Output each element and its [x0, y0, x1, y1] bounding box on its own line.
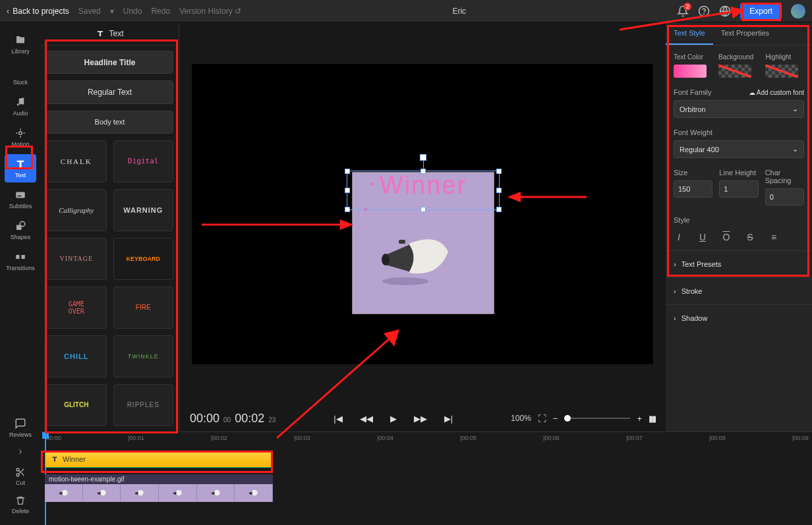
- rail-shapes[interactable]: Shapes: [5, 216, 36, 244]
- project-title[interactable]: Eric: [241, 7, 677, 16]
- svg-rect-10: [16, 255, 19, 259]
- delete-button[interactable]: Delete: [12, 495, 29, 514]
- preset-warning[interactable]: WARNING: [113, 189, 174, 231]
- notifications-icon[interactable]: 2: [677, 5, 689, 17]
- underline-icon[interactable]: U: [697, 232, 708, 242]
- preset-ripples[interactable]: RIPPLES: [113, 384, 174, 426]
- rail-reviews[interactable]: Reviews: [5, 414, 36, 442]
- text-element-value[interactable]: Winner: [347, 171, 499, 200]
- preset-vintage[interactable]: VINTAGE: [46, 238, 107, 280]
- char-spacing-input[interactable]: [765, 188, 804, 206]
- left-rail: Library Stock Audio Motion Text Subtitle…: [0, 22, 41, 525]
- size-input[interactable]: [674, 180, 712, 198]
- text-color-swatch[interactable]: [674, 65, 707, 78]
- add-custom-font[interactable]: ☁ Add custom font: [749, 89, 805, 96]
- rail-library[interactable]: Library: [5, 30, 36, 59]
- time-current: 00:00: [190, 412, 219, 426]
- preset-keyboard[interactable]: KEYBOARD: [113, 238, 174, 280]
- preset-digital[interactable]: Digital: [113, 140, 174, 182]
- language-icon[interactable]: [719, 5, 731, 17]
- timeline-ruler[interactable]: |00:00 |00:01 |00:02 |00:03 |00:04 |00:0…: [41, 432, 812, 447]
- text-element-selection[interactable]: Winner: [347, 171, 500, 210]
- rail-transitions[interactable]: Transitions: [5, 247, 36, 275]
- line-height-input[interactable]: [719, 180, 758, 198]
- text-icon: [96, 29, 105, 38]
- strikethrough-icon[interactable]: S: [745, 232, 755, 242]
- time-current-frames: 00: [223, 416, 231, 424]
- help-icon[interactable]: [698, 5, 710, 17]
- time-total-frames: 23: [268, 416, 276, 424]
- skip-start-icon[interactable]: |◀: [334, 414, 342, 424]
- overline-icon[interactable]: O: [721, 232, 732, 242]
- rewind-icon[interactable]: ◀◀: [360, 414, 373, 424]
- undo-button[interactable]: Undo: [123, 7, 142, 16]
- layout-toggle-icon[interactable]: ▮▮: [649, 414, 655, 424]
- label-font-weight: Font Weight: [674, 128, 804, 136]
- body-text-button[interactable]: Body text: [46, 111, 173, 134]
- font-family-select[interactable]: Orbitron⌄: [674, 100, 804, 118]
- headline-title-button[interactable]: Headline Title: [46, 51, 173, 74]
- regular-text-button[interactable]: Regular Text: [46, 80, 173, 103]
- play-icon[interactable]: ▶: [390, 414, 397, 424]
- export-button[interactable]: Export: [740, 3, 782, 19]
- fullscreen-icon[interactable]: ⛶: [538, 414, 546, 424]
- megaphone-graphic: [372, 219, 465, 298]
- text-track[interactable]: Winner: [44, 451, 809, 470]
- highlight-swatch[interactable]: [765, 65, 798, 78]
- version-history-button[interactable]: Version History ↺: [179, 7, 241, 16]
- align-icon[interactable]: ≡: [768, 232, 779, 242]
- time-total: 00:02: [235, 412, 264, 426]
- background-swatch[interactable]: [718, 65, 751, 78]
- rail-audio[interactable]: Audio: [5, 92, 36, 121]
- zoom-in-icon[interactable]: +: [637, 414, 642, 424]
- svg-point-9: [20, 221, 25, 227]
- accordion-text-presets[interactable]: ›Text Presets: [666, 250, 812, 277]
- cut-button[interactable]: Cut: [15, 467, 26, 486]
- redo-button[interactable]: Redo: [151, 7, 170, 16]
- font-weight-select[interactable]: Regular 400⌄: [674, 140, 804, 158]
- tab-text-style[interactable]: Text Style: [666, 22, 713, 45]
- rail-subtitles[interactable]: Subtitles: [5, 185, 36, 213]
- video-clip-label: motion-tween-example.gif: [45, 474, 273, 484]
- zoom-percent: 100%: [511, 414, 531, 423]
- saved-menu-caret[interactable]: ▾: [110, 7, 114, 16]
- preset-fire[interactable]: FIRE: [113, 287, 174, 329]
- svg-point-5: [19, 132, 22, 135]
- video-stage[interactable]: ✦ ✦ Winner: [192, 64, 653, 364]
- accordion-stroke[interactable]: ›Stroke: [666, 277, 812, 304]
- preset-gameover[interactable]: GAME OVER: [46, 287, 107, 329]
- italic-icon[interactable]: I: [674, 232, 684, 242]
- zoom-slider[interactable]: [564, 418, 630, 419]
- zoom-out-icon[interactable]: −: [553, 414, 558, 424]
- video-clip[interactable]: motion-tween-example.gif: [45, 474, 273, 502]
- rail-motion[interactable]: Motion: [5, 123, 36, 152]
- saved-status: Saved: [78, 7, 101, 16]
- resize-handle[interactable]: [496, 207, 502, 212]
- collapse-rail-icon[interactable]: ›: [14, 445, 27, 458]
- text-clip[interactable]: Winner: [45, 451, 273, 468]
- preset-calligraphy[interactable]: Calligraphy: [46, 189, 107, 231]
- rotate-handle[interactable]: [420, 154, 426, 161]
- preset-twinkle[interactable]: TWINKLE: [113, 335, 174, 377]
- rail-text[interactable]: Text: [5, 154, 36, 182]
- video-track[interactable]: motion-tween-example.gif: [44, 474, 809, 505]
- chevron-down-icon: ⌄: [792, 105, 798, 113]
- resize-handle[interactable]: [420, 207, 426, 212]
- resize-handle[interactable]: [345, 207, 350, 212]
- rail-stock[interactable]: Stock: [5, 61, 36, 90]
- fastforward-icon[interactable]: ▶▶: [414, 414, 427, 424]
- right-panel: Text Style Text Properties Text Color Ba…: [666, 22, 812, 431]
- svg-point-1: [704, 13, 705, 14]
- skip-end-icon[interactable]: ▶|: [444, 414, 453, 424]
- preset-glitch[interactable]: GLITCH: [46, 384, 107, 426]
- label-size: Size: [674, 169, 712, 177]
- canvas-area: ✦ ✦ Winner 00:00 00 00:02 23: [179, 22, 666, 431]
- preset-chalk[interactable]: CHALK: [46, 140, 107, 182]
- accordion-shadow[interactable]: ›Shadow: [666, 304, 812, 331]
- preset-chill[interactable]: CHILL: [46, 335, 107, 377]
- svg-point-14: [382, 277, 428, 285]
- user-avatar[interactable]: [791, 4, 805, 18]
- tab-text-properties[interactable]: Text Properties: [713, 22, 777, 45]
- back-to-projects[interactable]: ‹ Back to projects: [7, 7, 69, 16]
- svg-point-4: [22, 103, 24, 105]
